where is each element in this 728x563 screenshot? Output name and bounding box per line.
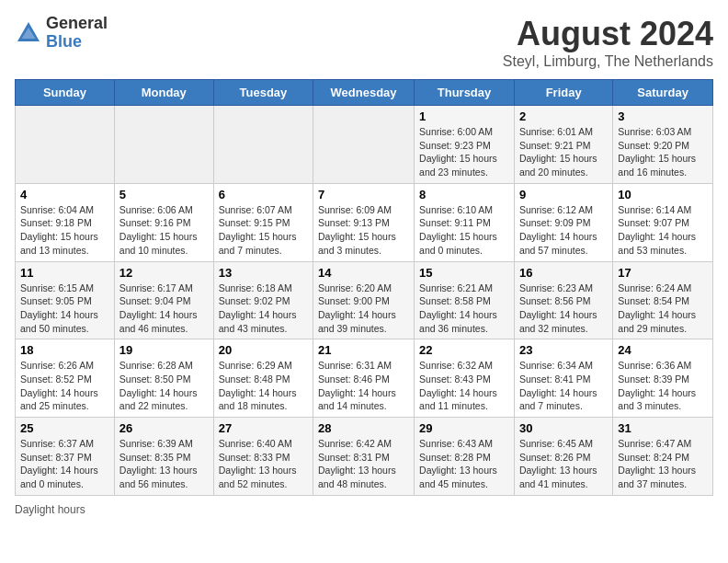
day-number: 25 — [20, 421, 109, 435]
day-info: Sunrise: 6:04 AM Sunset: 9:18 PM Dayligh… — [20, 203, 109, 258]
day-number: 19 — [119, 343, 209, 357]
calendar-cell: 16Sunrise: 6:23 AM Sunset: 8:56 PM Dayli… — [514, 261, 612, 339]
day-info: Sunrise: 6:14 AM Sunset: 9:07 PM Dayligh… — [618, 203, 708, 258]
calendar-cell: 12Sunrise: 6:17 AM Sunset: 9:04 PM Dayli… — [114, 261, 213, 339]
day-number: 16 — [519, 266, 608, 280]
page-header: General Blue August 2024 Steyl, Limburg,… — [15, 15, 713, 70]
calendar-week-row: 1Sunrise: 6:00 AM Sunset: 9:23 PM Daylig… — [16, 106, 713, 184]
day-info: Sunrise: 6:10 AM Sunset: 9:11 PM Dayligh… — [419, 203, 509, 258]
day-number: 2 — [519, 109, 608, 123]
day-info: Sunrise: 6:06 AM Sunset: 9:16 PM Dayligh… — [119, 203, 209, 258]
day-info: Sunrise: 6:12 AM Sunset: 9:09 PM Dayligh… — [519, 203, 608, 258]
calendar-cell: 2Sunrise: 6:01 AM Sunset: 9:21 PM Daylig… — [514, 106, 612, 184]
calendar-cell: 10Sunrise: 6:14 AM Sunset: 9:07 PM Dayli… — [613, 183, 713, 261]
calendar-cell — [114, 106, 213, 184]
weekday-header: Thursday — [415, 80, 515, 106]
calendar-cell: 30Sunrise: 6:45 AM Sunset: 8:26 PM Dayli… — [514, 418, 612, 496]
day-number: 8 — [419, 188, 509, 201]
day-info: Sunrise: 6:42 AM Sunset: 8:31 PM Dayligh… — [318, 437, 409, 491]
day-info: Sunrise: 6:01 AM Sunset: 9:21 PM Dayligh… — [519, 125, 608, 179]
day-number: 17 — [618, 266, 708, 280]
logo-blue: Blue — [46, 33, 108, 52]
day-number: 11 — [20, 266, 109, 280]
day-info: Sunrise: 6:20 AM Sunset: 9:00 PM Dayligh… — [318, 282, 409, 336]
day-number: 13 — [219, 266, 308, 280]
calendar-cell: 7Sunrise: 6:09 AM Sunset: 9:13 PM Daylig… — [313, 183, 415, 261]
day-number: 14 — [318, 266, 409, 280]
logo-icon — [15, 19, 42, 47]
calendar-cell: 24Sunrise: 6:36 AM Sunset: 8:39 PM Dayli… — [613, 339, 713, 418]
day-number: 26 — [119, 421, 209, 435]
day-number: 23 — [519, 343, 608, 357]
calendar-cell: 1Sunrise: 6:00 AM Sunset: 9:23 PM Daylig… — [415, 106, 515, 184]
day-info: Sunrise: 6:32 AM Sunset: 8:43 PM Dayligh… — [419, 359, 509, 413]
day-number: 28 — [318, 421, 409, 435]
weekday-row: SundayMondayTuesdayWednesdayThursdayFrid… — [16, 80, 713, 106]
calendar-cell: 11Sunrise: 6:15 AM Sunset: 9:05 PM Dayli… — [16, 261, 115, 339]
calendar-cell: 28Sunrise: 6:42 AM Sunset: 8:31 PM Dayli… — [313, 418, 415, 496]
main-title: August 2024 — [503, 15, 713, 53]
day-number: 6 — [219, 188, 308, 201]
day-info: Sunrise: 6:47 AM Sunset: 8:24 PM Dayligh… — [618, 437, 708, 491]
calendar-cell: 27Sunrise: 6:40 AM Sunset: 8:33 PM Dayli… — [213, 418, 313, 496]
calendar-cell: 22Sunrise: 6:32 AM Sunset: 8:43 PM Dayli… — [415, 339, 515, 418]
calendar-cell: 15Sunrise: 6:21 AM Sunset: 8:58 PM Dayli… — [415, 261, 515, 339]
weekday-header: Tuesday — [213, 80, 313, 106]
day-number: 1 — [419, 109, 509, 123]
day-number: 21 — [318, 343, 409, 357]
day-number: 10 — [618, 188, 708, 201]
calendar-week-row: 11Sunrise: 6:15 AM Sunset: 9:05 PM Dayli… — [16, 261, 713, 339]
day-number: 20 — [219, 343, 308, 357]
day-info: Sunrise: 6:39 AM Sunset: 8:35 PM Dayligh… — [119, 437, 209, 491]
day-number: 18 — [20, 343, 109, 357]
weekday-header: Friday — [514, 80, 612, 106]
calendar-cell — [313, 106, 415, 184]
day-number: 31 — [618, 421, 708, 435]
day-info: Sunrise: 6:36 AM Sunset: 8:39 PM Dayligh… — [618, 359, 708, 413]
day-number: 12 — [119, 266, 209, 280]
day-info: Sunrise: 6:29 AM Sunset: 8:48 PM Dayligh… — [219, 359, 308, 413]
calendar-header: SundayMondayTuesdayWednesdayThursdayFrid… — [16, 80, 713, 106]
day-info: Sunrise: 6:07 AM Sunset: 9:15 PM Dayligh… — [219, 203, 308, 258]
weekday-header: Sunday — [16, 80, 115, 106]
calendar-cell: 13Sunrise: 6:18 AM Sunset: 9:02 PM Dayli… — [213, 261, 313, 339]
day-info: Sunrise: 6:15 AM Sunset: 9:05 PM Dayligh… — [20, 282, 109, 336]
calendar-cell: 26Sunrise: 6:39 AM Sunset: 8:35 PM Dayli… — [114, 418, 213, 496]
day-number: 3 — [618, 109, 708, 123]
day-info: Sunrise: 6:24 AM Sunset: 8:54 PM Dayligh… — [618, 282, 708, 336]
day-number: 30 — [519, 421, 608, 435]
calendar-cell — [213, 106, 313, 184]
day-number: 29 — [419, 421, 509, 435]
day-info: Sunrise: 6:43 AM Sunset: 8:28 PM Dayligh… — [419, 437, 509, 491]
day-number: 22 — [419, 343, 509, 357]
day-info: Sunrise: 6:34 AM Sunset: 8:41 PM Dayligh… — [519, 359, 608, 413]
weekday-header: Saturday — [613, 80, 713, 106]
calendar-cell: 17Sunrise: 6:24 AM Sunset: 8:54 PM Dayli… — [613, 261, 713, 339]
calendar-table: SundayMondayTuesdayWednesdayThursdayFrid… — [15, 79, 713, 496]
day-number: 4 — [20, 188, 109, 201]
weekday-header: Monday — [114, 80, 213, 106]
calendar-cell: 14Sunrise: 6:20 AM Sunset: 9:00 PM Dayli… — [313, 261, 415, 339]
calendar-cell: 4Sunrise: 6:04 AM Sunset: 9:18 PM Daylig… — [16, 183, 115, 261]
calendar-cell: 6Sunrise: 6:07 AM Sunset: 9:15 PM Daylig… — [213, 183, 313, 261]
day-info: Sunrise: 6:18 AM Sunset: 9:02 PM Dayligh… — [219, 282, 308, 336]
logo: General Blue — [15, 15, 108, 52]
day-number: 15 — [419, 266, 509, 280]
day-info: Sunrise: 6:09 AM Sunset: 9:13 PM Dayligh… — [318, 203, 409, 258]
calendar-cell: 3Sunrise: 6:03 AM Sunset: 9:20 PM Daylig… — [613, 106, 713, 184]
day-info: Sunrise: 6:03 AM Sunset: 9:20 PM Dayligh… — [618, 125, 708, 179]
calendar-cell: 19Sunrise: 6:28 AM Sunset: 8:50 PM Dayli… — [114, 339, 213, 418]
day-info: Sunrise: 6:21 AM Sunset: 8:58 PM Dayligh… — [419, 282, 509, 336]
calendar-body: 1Sunrise: 6:00 AM Sunset: 9:23 PM Daylig… — [16, 106, 713, 496]
day-number: 5 — [119, 188, 209, 201]
calendar-week-row: 18Sunrise: 6:26 AM Sunset: 8:52 PM Dayli… — [16, 339, 713, 418]
calendar-cell: 29Sunrise: 6:43 AM Sunset: 8:28 PM Dayli… — [415, 418, 515, 496]
day-info: Sunrise: 6:40 AM Sunset: 8:33 PM Dayligh… — [219, 437, 308, 491]
day-info: Sunrise: 6:37 AM Sunset: 8:37 PM Dayligh… — [20, 437, 109, 491]
day-info: Sunrise: 6:23 AM Sunset: 8:56 PM Dayligh… — [519, 282, 608, 336]
weekday-header: Wednesday — [313, 80, 415, 106]
subtitle: Steyl, Limburg, The Netherlands — [503, 53, 713, 70]
day-info: Sunrise: 6:45 AM Sunset: 8:26 PM Dayligh… — [519, 437, 608, 491]
calendar-cell: 31Sunrise: 6:47 AM Sunset: 8:24 PM Dayli… — [613, 418, 713, 496]
day-number: 27 — [219, 421, 308, 435]
